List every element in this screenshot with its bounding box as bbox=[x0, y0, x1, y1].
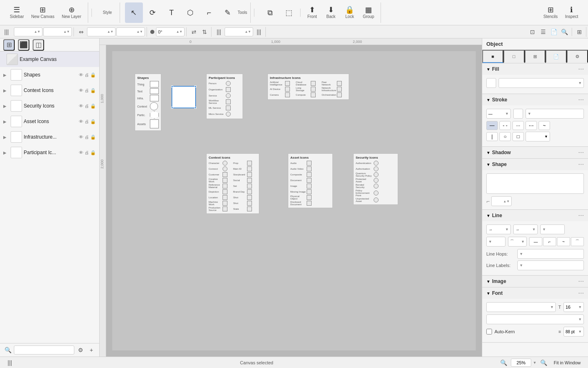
layer-item-security[interactable]: ▶ Security Icons 👁 🖨 🔒 bbox=[0, 98, 99, 114]
view-note-button[interactable]: 📄 bbox=[549, 27, 559, 37]
stroke-width-input[interactable]: — ▼ bbox=[486, 109, 511, 119]
image-menu-icon[interactable]: ⋯ bbox=[578, 278, 584, 285]
height-input[interactable]: ▲▼ bbox=[116, 27, 145, 36]
layer-settings-button[interactable]: ⚙ bbox=[76, 345, 85, 355]
fill-menu-icon[interactable]: ⋯ bbox=[578, 66, 584, 72]
stroke-color-swatch[interactable] bbox=[513, 109, 523, 119]
media-tab[interactable]: ◫ bbox=[33, 39, 44, 51]
select-tool-button[interactable]: ↖ bbox=[125, 2, 143, 23]
layer-item-shapes[interactable]: ▶ Shapes 👁 🖨 🔒 bbox=[0, 67, 99, 83]
view-canvas-button[interactable]: ⊡ bbox=[528, 27, 537, 37]
layer-item-participant[interactable]: ▶ Participant Ic... 👁 🖨 🔒 bbox=[0, 145, 99, 160]
group-button[interactable]: ▦ Group bbox=[359, 2, 377, 23]
lock-icon-context[interactable]: 🔒 bbox=[90, 88, 96, 93]
stencils-button[interactable]: ⊞ Stencils bbox=[540, 2, 561, 23]
width-input[interactable]: ▲▼ bbox=[87, 27, 116, 36]
stroke-menu-icon[interactable]: ⋯ bbox=[578, 96, 584, 103]
print-icon-participant[interactable]: 🖨 bbox=[85, 150, 89, 155]
line-section-header[interactable]: ▼ Line ⋯ bbox=[482, 210, 588, 221]
style-button[interactable]: Style bbox=[98, 2, 116, 23]
stroke-color-input[interactable]: ▼ bbox=[526, 109, 584, 119]
canvas-area[interactable]: 0 1,000 2,000 1,000 2,000 Shapes T bbox=[100, 38, 482, 357]
eye-icon-participant[interactable]: 👁 bbox=[79, 150, 83, 155]
doc-tab-button[interactable]: 📄 bbox=[546, 50, 567, 63]
line-hops-input[interactable]: ▼ bbox=[517, 249, 584, 259]
distribute-button[interactable]: ||| bbox=[254, 27, 264, 37]
stroke-cap-butt[interactable]: | bbox=[486, 132, 498, 141]
shape-section-header[interactable]: ▼ Shape ⋯ bbox=[482, 159, 588, 170]
front-button[interactable]: ⬆ Front bbox=[303, 2, 321, 23]
line-labels-input[interactable]: ▼ bbox=[517, 260, 584, 270]
stroke-tab-button[interactable]: □ bbox=[503, 50, 525, 63]
fit-window-button[interactable]: Fit in Window bbox=[551, 360, 583, 365]
flip-h-button[interactable]: ⇄ bbox=[189, 27, 199, 37]
lock-icon-shapes[interactable]: 🔒 bbox=[90, 72, 96, 78]
shape-tool-button[interactable]: ⬡ bbox=[181, 2, 199, 23]
line-menu-icon[interactable]: ⋯ bbox=[578, 212, 584, 219]
shape-menu-icon[interactable]: ⋯ bbox=[578, 161, 584, 168]
eye-icon-infra[interactable]: 👁 bbox=[79, 135, 83, 139]
shadow-menu-icon[interactable]: ⋯ bbox=[578, 149, 584, 156]
line-route-input[interactable]: ▼ bbox=[486, 237, 506, 247]
stroke-cap-square[interactable]: □ bbox=[512, 132, 524, 141]
line-start-input[interactable]: → ▼ bbox=[486, 224, 511, 234]
zoom-level-input[interactable]: 25% bbox=[511, 359, 531, 367]
layers-tab-button[interactable]: ⊞ bbox=[525, 50, 546, 63]
print-icon-assets[interactable]: 🖨 bbox=[85, 119, 89, 124]
new-canvas-button[interactable]: ⊞ New Canvas bbox=[28, 2, 58, 23]
lock-icon-infra[interactable]: 🔒 bbox=[90, 135, 96, 140]
print-icon-infra[interactable]: 🖨 bbox=[85, 135, 89, 139]
font-size-input[interactable]: 16 ▼ bbox=[564, 302, 584, 312]
stencils-panel-button[interactable]: ⊞ bbox=[575, 27, 584, 37]
selected-shape[interactable] bbox=[172, 86, 196, 108]
stroke-custom-btn[interactable]: ~ bbox=[539, 121, 550, 130]
stroke-width-num[interactable]: ▼ bbox=[526, 132, 550, 141]
layer-add-button[interactable]: + bbox=[87, 345, 96, 355]
shadow-section-header[interactable]: ▼ Shadow ⋯ bbox=[482, 147, 588, 158]
inspector-tab-button[interactable]: ⚙ bbox=[567, 50, 588, 63]
zoom-out-button[interactable]: 🔍 bbox=[499, 358, 508, 368]
font-section-header[interactable]: ▼ Font ⋯ bbox=[482, 287, 588, 299]
sidebar-toggle-button[interactable]: ☰ Sidebar bbox=[7, 2, 27, 23]
font-family-select[interactable]: ▼ bbox=[486, 302, 556, 312]
eye-icon-security[interactable]: 👁 bbox=[79, 103, 83, 108]
line-style-4[interactable]: ⌒ bbox=[571, 237, 584, 246]
sidebar-collapse-button[interactable]: ||| bbox=[2, 27, 11, 37]
print-icon-shapes[interactable]: 🖨 bbox=[85, 72, 89, 77]
new-layer-button[interactable]: ⊕ New Layer bbox=[58, 2, 85, 23]
layers-tab[interactable]: ⊞ bbox=[3, 39, 15, 51]
selection-handle-br[interactable] bbox=[194, 107, 196, 109]
stroke-straight-btn[interactable]: — bbox=[486, 121, 498, 130]
stroke-dot-btn[interactable]: ··· bbox=[512, 121, 524, 130]
x-position-input[interactable]: ▲▼ bbox=[14, 27, 42, 36]
view-outline-button[interactable]: ☰ bbox=[538, 27, 548, 37]
eye-icon-assets[interactable]: 👁 bbox=[79, 119, 83, 124]
print-icon-security[interactable]: 🖨 bbox=[85, 103, 89, 108]
spacing-input[interactable]: ▲▼ bbox=[225, 27, 253, 36]
link-size-button[interactable]: ⇔ bbox=[76, 27, 86, 37]
rubber-band-button[interactable]: ⟳ bbox=[144, 2, 162, 23]
image-section-header[interactable]: ▼ Image ⋯ bbox=[482, 276, 588, 287]
angle-input[interactable]: 0° ▲▼ bbox=[156, 27, 185, 36]
fill-section-header[interactable]: ▼ Fill ⋯ bbox=[482, 63, 588, 75]
lock-icon-security[interactable]: 🔒 bbox=[90, 103, 96, 109]
lock-icon-participant[interactable]: 🔒 bbox=[90, 150, 96, 155]
layer-item-assets[interactable]: ▶ Asset Icons 👁 🖨 🔒 bbox=[0, 114, 99, 129]
font-menu-icon[interactable]: ⋯ bbox=[578, 290, 584, 296]
selection-handle-tr[interactable] bbox=[194, 85, 196, 88]
line-curve-input[interactable]: ⌒ ▼ bbox=[508, 237, 527, 247]
stroke-section-header[interactable]: ▼ Stroke ⋯ bbox=[482, 94, 588, 105]
lock-button[interactable]: 🔒 Lock bbox=[341, 2, 359, 23]
back-button[interactable]: ⬇ Back bbox=[322, 2, 340, 23]
canvas-item[interactable]: Example Canvas bbox=[0, 52, 99, 67]
stroke-dash-dot-btn[interactable]: -·- bbox=[526, 121, 537, 130]
search-layers-button[interactable]: 🔍 bbox=[3, 345, 12, 355]
paste-style-button[interactable]: ⬚ bbox=[280, 2, 298, 23]
lock-icon-assets[interactable]: 🔒 bbox=[90, 119, 96, 124]
auto-kern-checkbox[interactable] bbox=[486, 329, 492, 334]
pen-tool-button[interactable]: ✎ bbox=[219, 2, 237, 23]
copy-style-button[interactable]: ⧉ bbox=[261, 2, 279, 23]
line-end-input[interactable]: → ▼ bbox=[513, 224, 538, 234]
line-height-input[interactable]: 88 pt ▼ bbox=[564, 327, 584, 337]
selection-handle-bl[interactable] bbox=[171, 107, 173, 109]
